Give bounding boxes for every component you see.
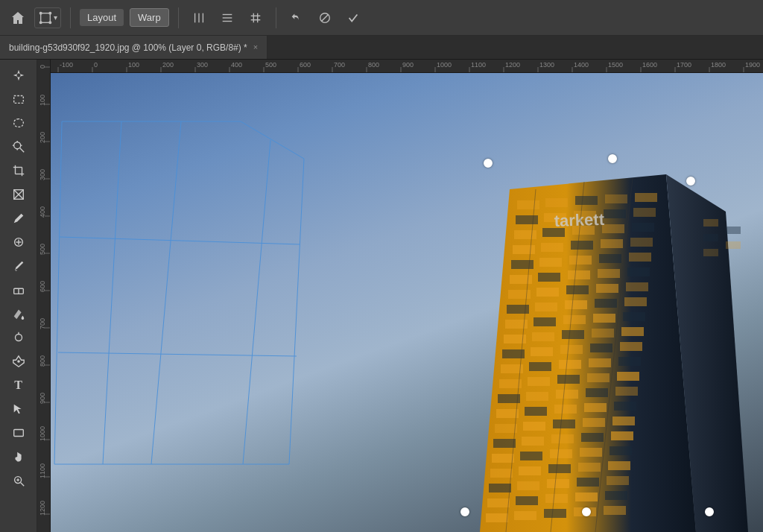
svg-rect-152 (575, 493, 598, 501)
svg-rect-52 (605, 194, 627, 203)
warp-control-point-tr-ext[interactable] (686, 177, 695, 186)
svg-rect-74 (510, 275, 532, 284)
svg-rect-151 (545, 494, 568, 503)
path-selection-tool[interactable] (5, 398, 32, 420)
svg-rect-42 (13, 430, 23, 437)
healing-brush-tool[interactable] (5, 231, 32, 253)
svg-rect-143 (608, 461, 630, 470)
eraser-tool[interactable] (5, 279, 32, 301)
svg-rect-115 (526, 392, 548, 401)
warp-control-point-tl[interactable] (484, 159, 493, 168)
main-area: T (0, 60, 763, 532)
dodge-tool[interactable] (5, 326, 32, 349)
eyedropper-tool[interactable] (5, 207, 32, 229)
tab-close-button[interactable]: × (253, 43, 258, 51)
svg-rect-125 (523, 422, 545, 431)
hand-tool[interactable] (5, 446, 32, 468)
svg-rect-77 (598, 269, 620, 278)
svg-rect-76 (568, 270, 590, 279)
svg-marker-17 (17, 70, 20, 80)
svg-rect-139 (490, 469, 513, 478)
layout-button[interactable]: Layout (80, 9, 124, 26)
svg-rect-135 (520, 452, 542, 460)
brush-tool[interactable] (5, 255, 32, 277)
svg-rect-67 (601, 239, 623, 248)
transform-icon[interactable]: ▾ (34, 7, 61, 28)
svg-rect-108 (618, 357, 641, 366)
svg-line-173 (289, 159, 304, 464)
svg-rect-50 (545, 198, 568, 207)
svg-marker-41 (13, 405, 21, 414)
warp-control-point-tr[interactable] (608, 154, 617, 163)
svg-rect-54 (516, 215, 538, 224)
svg-rect-53 (635, 193, 657, 202)
crop-tool[interactable] (5, 159, 32, 182)
confirm-icon[interactable] (342, 7, 364, 28)
svg-rect-86 (565, 300, 587, 309)
ruler-left (37, 60, 51, 532)
svg-rect-83 (626, 282, 648, 291)
svg-rect-121 (554, 405, 577, 414)
document-tab[interactable]: building-g53d930f92_1920.jpg @ 100% (Lay… (0, 36, 267, 59)
grid-rows-icon[interactable] (216, 7, 238, 28)
svg-rect-69 (511, 260, 534, 269)
separator-3 (276, 7, 276, 28)
svg-rect-133 (611, 431, 633, 440)
svg-rect-163 (703, 219, 718, 227)
svg-rect-146 (547, 479, 569, 488)
svg-rect-78 (627, 267, 650, 276)
home-icon[interactable] (7, 7, 28, 28)
svg-rect-85 (535, 303, 557, 311)
svg-rect-156 (544, 509, 566, 518)
separator-2 (178, 7, 179, 28)
marquee-rect-tool[interactable] (5, 88, 32, 110)
svg-rect-147 (577, 478, 599, 487)
svg-rect-92 (593, 314, 615, 323)
svg-rect-148 (607, 476, 629, 485)
svg-rect-150 (516, 496, 538, 505)
image-background: tarkett (51, 73, 763, 532)
svg-rect-87 (595, 299, 617, 308)
frame-tool[interactable] (5, 183, 32, 206)
svg-rect-95 (532, 332, 554, 341)
lasso-tool[interactable] (5, 112, 32, 134)
canvas-content: tarkett (51, 73, 763, 532)
svg-rect-80 (536, 288, 559, 297)
svg-rect-128 (612, 417, 635, 425)
warp-control-point-bl[interactable] (460, 507, 469, 516)
svg-rect-111 (557, 375, 580, 384)
svg-rect-142 (578, 463, 601, 472)
text-tool[interactable]: T (5, 374, 32, 396)
svg-rect-73 (629, 253, 651, 262)
zoom-tool[interactable] (5, 469, 32, 492)
paint-bucket-tool[interactable] (5, 303, 32, 325)
svg-rect-112 (587, 373, 610, 382)
svg-rect-117 (586, 388, 608, 397)
svg-rect-141 (548, 464, 571, 473)
pen-tool[interactable] (5, 350, 32, 373)
svg-rect-58 (633, 208, 656, 217)
warp-control-point-bm[interactable] (582, 507, 591, 516)
svg-rect-75 (538, 273, 560, 282)
svg-line-20 (19, 148, 23, 152)
svg-rect-158 (604, 506, 626, 515)
rectangle-shape-tool[interactable] (5, 422, 32, 444)
svg-rect-119 (496, 409, 519, 418)
warp-control-point-br[interactable] (705, 507, 714, 516)
hashtag-grid-icon[interactable] (244, 7, 267, 28)
svg-line-44 (20, 483, 24, 487)
svg-rect-62 (602, 224, 624, 233)
warp-button[interactable]: Warp (130, 8, 169, 27)
cancel-icon[interactable] (314, 7, 336, 28)
undo-icon[interactable] (285, 7, 308, 28)
svg-rect-145 (517, 481, 539, 490)
svg-line-178 (58, 352, 297, 356)
svg-rect-134 (492, 454, 514, 463)
grid-columns-icon[interactable] (188, 7, 210, 28)
magic-wand-tool[interactable] (5, 136, 32, 158)
move-tool[interactable] (5, 64, 32, 86)
svg-rect-91 (563, 315, 586, 324)
svg-rect-49 (517, 200, 539, 209)
svg-point-21 (13, 142, 20, 149)
svg-rect-110 (528, 377, 550, 386)
